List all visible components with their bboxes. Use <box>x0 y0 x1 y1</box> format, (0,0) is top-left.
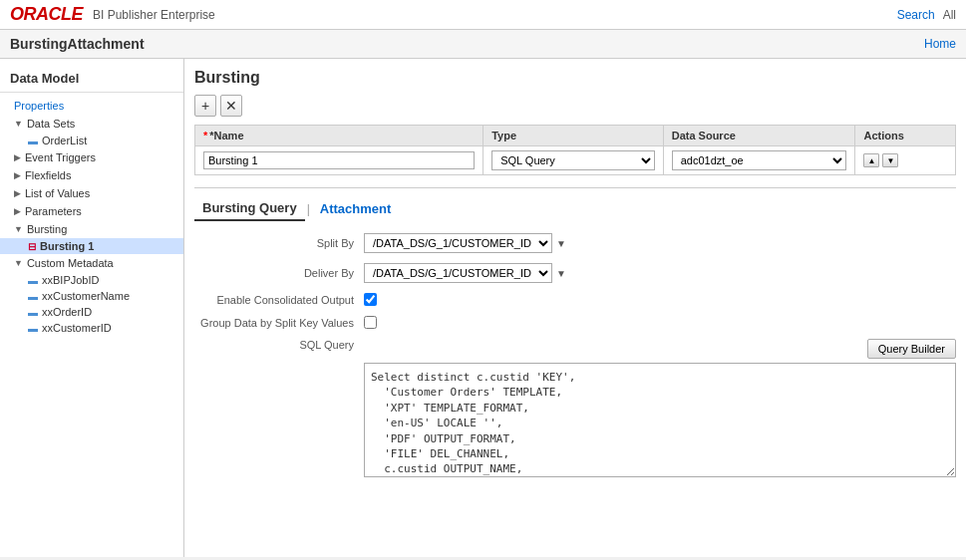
group-data-label: Group Data by Split Key Values <box>194 317 364 329</box>
search-link[interactable]: Search <box>897 8 935 22</box>
actions-cell-wrap: ▲ ▼ <box>863 153 947 167</box>
app-header: ORACLE BI Publisher Enterprise Search Al… <box>0 0 966 30</box>
col-header-datasource: Data Source <box>663 126 855 146</box>
split-by-control: /DATA_DS/G_1/CUSTOMER_ID ▼ <box>364 233 566 253</box>
sidebar-section-custom-metadata[interactable]: ▼ Custom Metadata <box>0 254 183 272</box>
tab-attachment[interactable]: Attachment <box>312 197 400 220</box>
meta-icon-1: ▬ <box>28 275 38 286</box>
chevron-right-icon-2: ▶ <box>14 170 21 180</box>
datasource-select[interactable]: adc01dzt_oe adc01dzt localhost <box>672 150 847 170</box>
deliver-by-label: Deliver By <box>194 267 364 279</box>
sidebar-section-list-of-values[interactable]: ▶ List of Values <box>0 184 183 202</box>
bursting1-label: Bursting 1 <box>40 240 94 252</box>
chevron-right-icon-4: ▶ <box>14 206 21 216</box>
table-row: SQL Query XML Data CSV adc01dzt_oe adc01… <box>195 146 956 175</box>
bursting-icon: ⊟ <box>28 241 36 252</box>
custom-metadata-label: Custom Metadata <box>27 257 114 269</box>
tab-divider: | <box>307 202 310 216</box>
sql-textarea[interactable]: Select distinct c.custid 'KEY', 'Custome… <box>364 363 956 477</box>
group-data-checkbox[interactable] <box>364 316 377 329</box>
group-data-control <box>364 316 377 329</box>
header-right: Search All <box>897 8 956 22</box>
consolidated-output-row: Enable Consolidated Output <box>194 293 956 306</box>
bursting-table: *Name Type Data Source Actions SQL Query… <box>194 125 956 175</box>
deliver-by-control: /DATA_DS/G_1/CUSTOMER_ID ▼ <box>364 263 566 283</box>
col-header-name: *Name <box>195 126 483 146</box>
actions-cell: ▲ ▼ <box>855 146 956 175</box>
deliver-by-row: Deliver By /DATA_DS/G_1/CUSTOMER_ID ▼ <box>194 263 956 283</box>
name-input[interactable] <box>203 151 475 169</box>
home-link[interactable]: Home <box>924 37 956 51</box>
type-cell: SQL Query XML Data CSV <box>483 146 664 175</box>
sidebar: Data Model Properties ▼ Data Sets ▬ Orde… <box>0 59 184 557</box>
consolidated-output-control <box>364 293 377 306</box>
oracle-logo: ORACLE <box>10 4 83 25</box>
chevron-right-icon: ▶ <box>14 152 21 162</box>
content-area: Bursting + ✕ *Name Type Data Source Acti… <box>184 59 966 557</box>
sidebar-section-event-triggers[interactable]: ▶ Event Triggers <box>0 148 183 166</box>
deliver-by-select[interactable]: /DATA_DS/G_1/CUSTOMER_ID <box>364 263 552 283</box>
sidebar-section-bursting[interactable]: ▼ Bursting <box>0 220 183 238</box>
flexfields-label: Flexfields <box>25 169 71 181</box>
sidebar-item-orderlist[interactable]: ▬ OrderList <box>0 133 183 148</box>
query-tabs: Bursting Query | Attachment <box>194 196 956 221</box>
meta-icon-3: ▬ <box>28 307 38 318</box>
bursting-section-title: Bursting <box>194 69 956 87</box>
sql-query-label: SQL Query <box>194 339 364 351</box>
sidebar-item-xxorderid[interactable]: ▬ xxOrderID <box>0 304 183 320</box>
sidebar-section-data-sets[interactable]: ▼ Data Sets <box>0 115 183 133</box>
tab-bursting-query[interactable]: Bursting Query <box>194 196 305 221</box>
col-header-actions: Actions <box>855 126 956 146</box>
sidebar-item-xxbipjobid[interactable]: ▬ xxBIPJobID <box>0 272 183 288</box>
bursting-section-label: Bursting <box>27 223 67 235</box>
bursting-toolbar: + ✕ <box>194 95 956 117</box>
datasource-cell: adc01dzt_oe adc01dzt localhost <box>663 146 855 175</box>
name-cell <box>195 146 483 175</box>
sidebar-section-parameters[interactable]: ▶ Parameters <box>0 202 183 220</box>
chevron-down-icon-3: ▼ <box>14 258 23 268</box>
xxorderid-label: xxOrderID <box>42 306 92 318</box>
consolidated-output-label: Enable Consolidated Output <box>194 294 364 306</box>
xxcustomername-label: xxCustomerName <box>42 290 130 302</box>
orderlist-label: OrderList <box>42 135 87 146</box>
header-left: ORACLE BI Publisher Enterprise <box>10 4 215 25</box>
meta-icon-4: ▬ <box>28 323 38 334</box>
xxbipjobid-label: xxBIPJobID <box>42 274 99 286</box>
split-by-select[interactable]: /DATA_DS/G_1/CUSTOMER_ID <box>364 233 552 253</box>
consolidated-output-checkbox[interactable] <box>364 293 377 306</box>
col-header-type: Type <box>483 126 664 146</box>
add-bursting-button[interactable]: + <box>194 95 216 117</box>
xxcustomerid-label: xxCustomerID <box>42 322 112 334</box>
type-select[interactable]: SQL Query XML Data CSV <box>491 150 655 170</box>
sidebar-item-xxcustomername[interactable]: ▬ xxCustomerName <box>0 288 183 304</box>
parameters-label: Parameters <box>25 205 82 217</box>
split-dropdown-arrow: ▼ <box>556 238 566 249</box>
bi-publisher-title: BI Publisher Enterprise <box>93 8 215 22</box>
list-of-values-label: List of Values <box>25 187 90 199</box>
bursting-query-area: Bursting Query | Attachment Split By /DA… <box>194 187 956 477</box>
chevron-down-icon-2: ▼ <box>14 224 23 234</box>
sql-right: Query Builder Select distinct c.custid '… <box>364 339 956 477</box>
db-icon: ▬ <box>28 136 38 146</box>
split-by-label: Split By <box>194 237 364 249</box>
delete-bursting-button[interactable]: ✕ <box>220 95 242 117</box>
deliver-dropdown-arrow: ▼ <box>556 268 566 279</box>
chevron-right-icon-3: ▶ <box>14 188 21 198</box>
sidebar-item-properties[interactable]: Properties <box>0 97 183 115</box>
move-down-button[interactable]: ▼ <box>882 153 898 167</box>
chevron-down-icon: ▼ <box>14 119 23 129</box>
page-title-bar: BurstingAttachment Home <box>0 30 966 59</box>
move-up-button[interactable]: ▲ <box>863 153 879 167</box>
meta-icon-2: ▬ <box>28 291 38 302</box>
group-data-row: Group Data by Split Key Values <box>194 316 956 329</box>
sidebar-item-bursting1[interactable]: ⊟ Bursting 1 <box>0 238 183 254</box>
split-by-row: Split By /DATA_DS/G_1/CUSTOMER_ID ▼ <box>194 233 956 253</box>
data-sets-label: Data Sets <box>27 118 75 130</box>
sidebar-section-flexfields[interactable]: ▶ Flexfields <box>0 166 183 184</box>
query-builder-button[interactable]: Query Builder <box>867 339 956 359</box>
event-triggers-label: Event Triggers <box>25 151 96 163</box>
sidebar-title: Data Model <box>0 67 183 93</box>
sidebar-item-xxcustomerid[interactable]: ▬ xxCustomerID <box>0 320 183 336</box>
page-title: BurstingAttachment <box>10 36 145 52</box>
sql-query-row: SQL Query Query Builder Select distinct … <box>194 339 956 477</box>
